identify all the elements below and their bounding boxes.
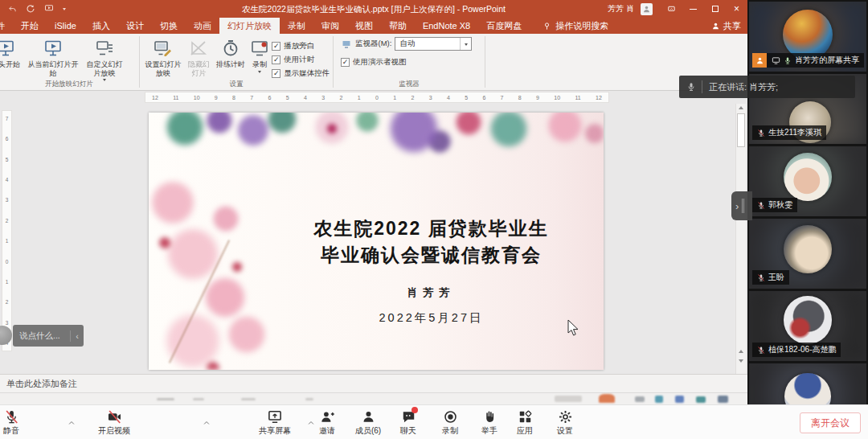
show-media-controls-checkbox[interactable]: ✓ 显示媒体控件 bbox=[272, 68, 330, 78]
mic-muted-icon bbox=[757, 129, 765, 137]
tell-me-search[interactable]: 操作说明搜索 bbox=[542, 18, 608, 34]
group-separator bbox=[485, 36, 485, 88]
share-screen-icon bbox=[267, 409, 283, 425]
tab-endnote[interactable]: EndNote X8 bbox=[415, 18, 478, 34]
members-button[interactable]: 成员(6) bbox=[346, 409, 391, 437]
use-timings-checkbox[interactable]: ✓ 使用计时 bbox=[272, 55, 330, 64]
chat-button[interactable]: 聊天 bbox=[389, 409, 428, 437]
taskbar-icon-blur bbox=[675, 396, 684, 403]
custom-slideshow-button[interactable]: 自定义幻灯片放映 bbox=[82, 37, 127, 83]
apps-grid-icon bbox=[518, 409, 533, 425]
mic-muted-icon bbox=[757, 201, 765, 210]
video-tile-sharer[interactable]: 肖芳芳的屏幕共享 bbox=[749, 2, 866, 72]
screen-share-icon bbox=[772, 56, 780, 65]
tab-insert[interactable]: 插入 bbox=[84, 18, 118, 34]
notes-pane[interactable]: 单击此处添加备注 bbox=[0, 374, 747, 392]
settings-button[interactable]: 设置 bbox=[547, 409, 583, 437]
tab-review[interactable]: 审阅 bbox=[313, 18, 347, 34]
raise-hand-button[interactable]: 举手 bbox=[471, 409, 508, 437]
participant-name: 郭秋雯 bbox=[768, 199, 792, 211]
ribbon: 从头开始 从当前幻灯片开始 自定义幻灯片放映 开始放映幻灯片 设置幻灯片放映 bbox=[0, 34, 747, 91]
from-beginning-button[interactable]: 从头开始 bbox=[0, 37, 24, 71]
tab-view[interactable]: 视图 bbox=[347, 18, 381, 34]
quick-chat-bubble[interactable]: 说点什么... ‹ bbox=[13, 325, 84, 347]
meeting-screen: 农生院2022届贷款毕业生毕业确认.pptx [用户上次保存的] - Power… bbox=[0, 0, 868, 439]
mute-button[interactable]: 静音 bbox=[0, 409, 34, 437]
start-video-button[interactable]: 开启视频 bbox=[90, 409, 138, 437]
mouse-cursor bbox=[567, 320, 579, 336]
share-button[interactable]: 共享 bbox=[711, 18, 741, 34]
video-tile[interactable]: 植保182-06-高楚鹏 bbox=[749, 291, 866, 361]
slideshow-icon[interactable] bbox=[44, 4, 54, 14]
chat-input-placeholder[interactable]: 说点什么... bbox=[13, 330, 70, 342]
redo-icon[interactable] bbox=[26, 4, 35, 14]
taskbar-icon-blur bbox=[718, 396, 728, 403]
participant-name: 生技211李溪琪 bbox=[768, 127, 821, 138]
slide[interactable]: 农生院2022 届贷款毕业生 毕业确认会暨诚信教育会 肖芳芳 2022年5月27… bbox=[149, 113, 604, 370]
record-show-icon bbox=[250, 39, 269, 58]
tab-design[interactable]: 设计 bbox=[118, 18, 152, 34]
group-label: 监视器 bbox=[334, 80, 484, 89]
sidebar-collapse-handle[interactable]: › bbox=[731, 191, 752, 220]
monitor-select[interactable]: 自动 bbox=[395, 37, 472, 51]
mute-options-caret-icon[interactable] bbox=[68, 416, 76, 430]
tab-file[interactable]: 文件 bbox=[0, 18, 13, 34]
tab-islide[interactable]: iSlide bbox=[47, 18, 84, 34]
taskbar-icon-blur bbox=[655, 396, 663, 403]
next-slide-icon[interactable] bbox=[739, 359, 743, 363]
previous-slide-icon[interactable] bbox=[739, 350, 743, 353]
invite-button[interactable]: 邀请 bbox=[307, 409, 347, 437]
rehearse-timings-button[interactable]: 排练计时 bbox=[214, 37, 248, 71]
hide-slide-button[interactable]: 隐藏幻灯片 bbox=[184, 37, 214, 79]
tab-animations[interactable]: 动画 bbox=[186, 18, 219, 34]
tab-transitions[interactable]: 切换 bbox=[152, 18, 186, 34]
account-avatar[interactable] bbox=[641, 3, 653, 15]
cherry-blossom-decoration bbox=[149, 169, 289, 370]
mic-muted-icon bbox=[757, 346, 765, 355]
status-blur-decoration bbox=[305, 398, 313, 400]
undo-icon[interactable] bbox=[8, 5, 17, 14]
close-button[interactable]: × bbox=[726, 0, 747, 18]
mic-muted-icon bbox=[757, 273, 765, 282]
minimize-button[interactable] bbox=[682, 0, 704, 18]
record-slideshow-button[interactable]: 录制 bbox=[248, 37, 272, 75]
tab-home[interactable]: 开始 bbox=[13, 18, 47, 34]
leave-meeting-button[interactable]: 离开会议 bbox=[800, 412, 861, 433]
from-current-slide-button[interactable]: 从当前幻灯片开始 bbox=[24, 37, 82, 79]
play-narration-checkbox[interactable]: ✓ 播放旁白 bbox=[272, 41, 330, 51]
video-tile[interactable]: 王盼 bbox=[749, 219, 866, 289]
use-presenter-view-checkbox[interactable]: ✓ 使用演示者视图 bbox=[341, 57, 407, 67]
ribbon-display-options-icon[interactable] bbox=[661, 0, 682, 18]
qat-customize-icon[interactable] bbox=[63, 8, 66, 10]
avatar bbox=[783, 10, 833, 59]
video-options-caret-icon[interactable] bbox=[203, 416, 211, 430]
record-button[interactable]: 录制 bbox=[431, 409, 469, 437]
zoom-slider-blur bbox=[555, 396, 582, 402]
slide-scrollbar[interactable] bbox=[735, 104, 746, 374]
chat-collapse-icon[interactable]: ‹ bbox=[71, 331, 84, 341]
status-bar bbox=[0, 392, 747, 404]
restore-button[interactable] bbox=[704, 0, 726, 18]
group-separator bbox=[333, 36, 334, 88]
from-beginning-icon bbox=[0, 39, 15, 58]
scrollbar-thumb[interactable] bbox=[737, 113, 745, 147]
monitor-select-dropdown-icon bbox=[460, 38, 471, 50]
speaking-mic-icon bbox=[686, 82, 696, 92]
meeting-toolbar: 静音 开启视频 共享屏幕 邀请 成员(6) 聊天 录制 bbox=[0, 404, 868, 439]
set-up-slideshow-button[interactable]: 设置幻灯片放映 bbox=[142, 37, 184, 79]
video-tile[interactable]: 郭秋雯 bbox=[749, 146, 866, 216]
slide-title-line1: 农生院2022 届贷款毕业生 bbox=[265, 215, 597, 242]
notes-placeholder: 单击此处添加备注 bbox=[6, 379, 77, 388]
slide-canvas: 765432101234 农生院2022 届贷款毕业生 毕业确认会暨诚信教育会 … bbox=[0, 104, 747, 374]
tab-help[interactable]: 帮助 bbox=[381, 18, 415, 34]
tab-baidu-netdisk[interactable]: 百度网盘 bbox=[478, 18, 530, 34]
avatar bbox=[784, 225, 832, 273]
scroll-up-icon[interactable] bbox=[739, 106, 743, 109]
tab-record[interactable]: 录制 bbox=[280, 18, 313, 34]
group-start-slideshow: 从头开始 从当前幻灯片开始 自定义幻灯片放映 开始放映幻灯片 bbox=[0, 34, 138, 90]
share-screen-button[interactable]: 共享屏幕 bbox=[251, 409, 299, 437]
monitor-label: 监视器(M): bbox=[355, 39, 391, 49]
monitor-icon bbox=[341, 39, 352, 49]
tab-slideshow[interactable]: 幻灯片放映 bbox=[219, 18, 280, 34]
apps-button[interactable]: 应用 bbox=[506, 409, 543, 437]
